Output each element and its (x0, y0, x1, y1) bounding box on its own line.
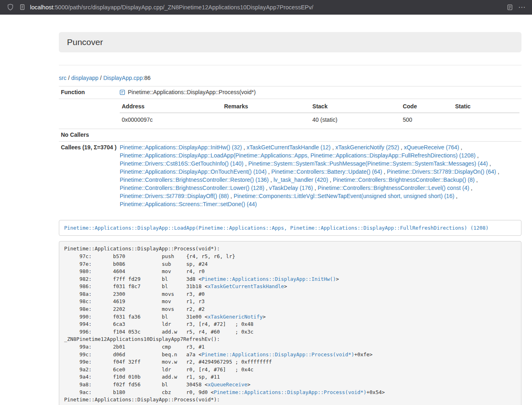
callee-link[interactable]: vTaskDelay (176) (269, 185, 313, 191)
code-symbol-link[interactable]: Pinetime::Applications::DisplayApp::Init… (202, 276, 336, 282)
breadcrumb: src/displayapp/DisplayApp.cpp:86 (59, 74, 521, 82)
reader-view-icon[interactable] (504, 2, 516, 13)
callee-link[interactable]: Pinetime::Controllers::BrightnessControl… (120, 177, 269, 183)
callee-link[interactable]: Pinetime::Controllers::BrightnessControl… (120, 185, 264, 191)
stats-header-address: Address (120, 101, 222, 113)
callee-link[interactable]: lv_task_handler (420) (274, 177, 328, 183)
callee-link[interactable]: Pinetime::Applications::DisplayApp::Init… (120, 144, 242, 151)
callee-link[interactable]: Pinetime::Applications::DisplayApp::OnTo… (120, 168, 267, 175)
stats-header-static: Static (453, 101, 519, 113)
browser-toolbar: localhost:5000/path/src/displayapp/Displ… (0, 0, 532, 15)
function-name: Pinetime::Applications::DisplayApp::Proc… (128, 88, 256, 97)
callee-link[interactable]: Pinetime::Controllers::Battery::Update()… (271, 168, 382, 175)
page-title: Puncover (67, 37, 103, 47)
function-icon (120, 90, 125, 95)
stats-value-code: 500 (401, 113, 453, 127)
code-symbol-link[interactable]: Pinetime::Applications::DisplayApp::Proc… (202, 351, 354, 358)
breadcrumb-separator: / (68, 75, 70, 81)
stats-table: Address Remarks Stack Code Static 0x0000… (120, 101, 519, 127)
stats-value-address: 0x0000097c (120, 113, 222, 127)
breadcrumb-separator: / (100, 75, 102, 81)
callee-link[interactable]: Pinetime::Applications::Screens::Timer::… (120, 201, 257, 207)
code-symbol-link[interactable]: xTaskGetCurrentTaskHandle (208, 283, 284, 289)
page-icon-glyph (19, 4, 25, 10)
selected-symbol-link[interactable]: Pinetime::Applications::DisplayApp::Load… (64, 225, 489, 231)
callee-link[interactable]: xTaskGetCurrentTaskHandle (12) (247, 144, 331, 151)
callees-list: Pinetime::Applications::DisplayApp::Init… (118, 141, 521, 210)
callee-link[interactable]: xTaskGenericNotify (252) (335, 144, 399, 151)
breadcrumb-displayapp[interactable]: displayapp (71, 75, 99, 81)
reader-icon-glyph (507, 4, 513, 11)
callee-link[interactable]: Pinetime::Controllers::BrightnessControl… (333, 177, 474, 183)
callee-link[interactable]: Pinetime::Drivers::St7789::DisplayOn() (… (387, 168, 496, 175)
callees-row: Callees (19, Σ=3704 ) Pinetime::Applicat… (59, 141, 521, 210)
stats-row-spacer (59, 99, 118, 129)
no-callers-row: No Callers (59, 129, 521, 141)
tracking-protection-shield-icon[interactable] (4, 2, 16, 13)
stats-value-stack: 40 (static) (310, 113, 401, 127)
url-host: localhost (30, 4, 53, 11)
stats-value-static (453, 113, 519, 127)
code-symbol-link[interactable]: xTaskGenericNotify (208, 314, 263, 320)
page-info-icon[interactable] (16, 2, 28, 13)
breadcrumb-file[interactable]: DisplayApp.cpp: (103, 75, 144, 81)
code-symbol-link[interactable]: Pinetime::Applications::DisplayApp::Proc… (214, 389, 366, 395)
no-callers-label: No Callers (59, 129, 118, 141)
callee-link[interactable]: Pinetime::System::SystemTask::PushMessag… (248, 160, 488, 167)
code-symbol-link[interactable]: xQueueReceive (208, 381, 248, 388)
url-path: :5000/path/src/displayapp/DisplayApp.cpp… (53, 4, 313, 11)
callee-link[interactable]: Pinetime::Drivers::St7789::DisplayOff() … (120, 193, 229, 199)
breadcrumb-line-number: 86 (144, 75, 151, 81)
callee-link[interactable]: Pinetime::Drivers::Cst816S::GetTouchInfo… (120, 160, 243, 167)
callee-link[interactable]: xQueueReceive (764) (404, 144, 459, 151)
callee-link[interactable]: Pinetime::Applications::DisplayApp::Load… (120, 152, 476, 159)
stats-header-code: Code (401, 101, 453, 113)
stats-value-remarks (222, 113, 310, 127)
function-row: Function Pinetime::Applications::Display… (59, 86, 521, 99)
page-content: Puncover src/displayapp/DisplayApp.cpp:8… (59, 15, 521, 405)
function-table: Function Pinetime::Applications::Display… (59, 86, 521, 211)
callee-link[interactable]: Pinetime::Components::LittleVgl::SetNewT… (234, 193, 454, 199)
page-title-panel: Puncover (59, 32, 521, 52)
breadcrumb-src[interactable]: src (59, 75, 67, 81)
url-bar[interactable]: localhost:5000/path/src/displayapp/Displ… (30, 4, 313, 11)
more-menu-icon[interactable]: ⋯ (516, 2, 528, 13)
function-label: Function (59, 86, 118, 99)
stats-header-remarks: Remarks (222, 101, 310, 113)
disassembly-code: Pinetime::Applications::DisplayApp::Proc… (59, 241, 521, 405)
callees-label: Callees (19, Σ=3704 ) (59, 141, 118, 210)
stats-row: Address Remarks Stack Code Static 0x0000… (59, 99, 521, 129)
divider (59, 65, 521, 65)
selected-symbol-box: Pinetime::Applications::DisplayApp::Load… (59, 220, 521, 236)
callee-link[interactable]: Pinetime::Controllers::BrightnessControl… (318, 185, 469, 191)
stats-header-stack: Stack (310, 101, 401, 113)
shield-icon-glyph (7, 4, 14, 11)
